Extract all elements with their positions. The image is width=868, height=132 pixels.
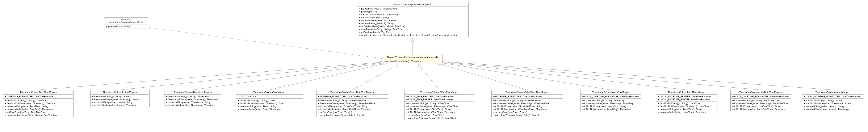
field-section: + LOCAL_DATETIME_FORMATTER : DateTimeFor… [581,95,641,99]
field: + LOCAL_DATETIME_FORMATTER : DateTimeFor… [802,95,863,98]
method-section: + fromNonNullString(s : String) : Instan… [91,95,149,107]
method: + parseJavaZone(zoneString : String) : D… [3,114,73,116]
class-title: TimestampColumnDateTimeMapper [3,90,73,95]
method: + setJavaZone(javaZone : ZoneId) [492,111,563,114]
method: + toNonNullValue(value : MonthDay) : Tim… [581,108,641,111]
method-section: + fromNonNullString(s : String) : LocalT… [656,102,717,114]
field-section: + LOCAL_TIME_PRINTER : DateTimeFormatter… [405,95,474,102]
class-timestampcolumnoffsettimemapper: TimestampColumnOffsetTimeMapper+ LOCAL_T… [404,90,474,120]
class-title: TimestampColumnTimestampMapper [164,90,221,95]
class-title: AbstractTimestampColumnMapper<T> [357,2,468,7]
method: + getSqlType() : int [357,10,468,13]
class-timestampcolumnoffsetdatetimemapper: TimestampColumnOffsetDateTimeMapper+ DAT… [491,90,563,117]
method-section: + fromNonNullString(s : String) : MonthD… [581,99,641,111]
class-title: AbstractVersionableTimestampColumnMapper… [383,55,442,59]
method: + parseZone(zoneString : String) : TimeZ… [357,28,468,31]
method: + toNonNullString(value : LocalTime) : S… [656,108,717,111]
class-timestampcolumntimestampmapper: TimestampColumnTimestampMapper+ fromNonN… [164,90,221,107]
class-title: TimestampColumnInstantMapper [802,90,863,95]
method: + toNonNullValue(value : Timestamp) : Ti… [164,104,221,107]
method-section: + fromNonNullString(s : String) : ZonedD… [316,99,388,117]
svg-line-12 [443,61,833,90]
field: + LOCAL_DATETIME_PRINTER : DateTimeForma… [656,95,717,98]
method: + fromNonNullString(s : String) : Offset… [405,102,474,105]
field: + DATETIME_FORMATTER : DateTimeFormatter [3,95,73,98]
stereotype: «interface» [106,19,146,21]
field-section: + DATETIME_FORMATTER : DateTimeFormatter [316,95,388,99]
field: + LOCAL_TIME_PARSER : DateTimeFormatter [405,98,474,101]
field: + LOCAL_TIME_PRINTER : DateTimeFormatter [405,95,474,98]
method: + toNonNullString(value : MonthDay) : St… [581,105,641,108]
method: + toNonNullString(value : Instant) : Str… [802,105,863,108]
class-title: TimestampColumnDateMapper [236,90,303,95]
method: + fromNonNullValue(value : Timestamp) : … [802,102,863,105]
field: + LOCAL_DATETIME_PARSER : DateTimeFormat… [656,98,717,101]
method: + toNonNullString(value : LocalDateTime)… [731,105,791,108]
method-section: + fromNonNullString(s : String) : Timest… [164,95,221,107]
method-section: + fromNonNullString(s : String) : DateTi… [3,99,73,117]
method: + getHibernateType() : TimestampType [357,7,468,10]
class-versionable-interface: «interface» VersionableColumnMapper<T, J… [104,18,148,28]
method-section: + fromNonNullString(s : String) : Instan… [802,99,863,111]
method: + toNonNullValue(value : T) : Timestamp [357,19,468,22]
field-section: + DATETIME_FORMATTER : DateTimeFormatter [492,95,563,99]
method: + toNonNullString(value : ZonedDateTime)… [316,105,388,108]
method: + toNonNullValue(value : Instant) : Time… [91,104,149,107]
class-timestampcolumnmonthdaymapper: TimestampColumnMonthDayMapper+ LOCAL_DAT… [581,90,641,111]
method: + generateCurrentValue() : J [104,25,148,28]
class-timestampcolumnzoneddatetimemapper: TimestampColumnZonedDateTimeMapper+ DATE… [316,90,388,117]
method-section: + fromNonNullString(s : String) : Offset… [492,99,563,117]
svg-line-1 [148,27,383,58]
method: + parseJavaZone(zoneString : String) : Z… [492,114,563,116]
field: + LOCAL_DATETIME_FORMATTER : DateTimeFor… [581,95,641,98]
svg-line-9 [441,63,611,90]
method: + toNonNullValue(value : DateTime) : Tim… [3,108,73,111]
method: + fromNonNullValue(value : Timestamp) : … [581,102,641,105]
svg-line-10 [442,62,687,90]
method: + setJavaZone(javaZone : ZoneId) [316,111,388,114]
class-timestampcolumnlocaldatetimemapper: TimestampColumnLocalDateTimeMapper+ LOCA… [731,90,791,111]
class-timestampcolumninstantmapper: TimestampColumnInstantMapper+ fromNonNul… [90,90,150,107]
method: + fromNonNullString(s : String) : Instan… [91,95,149,98]
class-title: TimestampColumnMonthDayMapper [581,90,641,95]
class-abstract-timestamp-mapper: AbstractTimestampColumnMapper<T> + getHi… [357,2,469,37]
class-title: TimestampColumnZonedDateTimeMapper [316,90,388,95]
class-name: VersionableColumnMapper<T, J> [109,21,143,23]
method: + toNonNullString(value : OffsetDateTime… [492,105,563,108]
field-section: + LOCAL_DATETIME_FORMATTER : DateTimeFor… [731,95,791,99]
method: + getDatabaseZone() : TimeZone [357,31,468,34]
method-section: + fromNonNullString(s : String) : LocalD… [731,99,791,111]
class-abstract-versionable: AbstractVersionableTimestampColumnMapper… [383,55,443,63]
field-section: # GMT : TimeZone [236,95,303,99]
method: + parseJavaZone(zoneString : String) : Z… [405,116,474,120]
method: + toNonNullValue(value : ZonedDateTime) … [316,108,388,111]
method: + fromNonNullString(s : String) : MonthD… [581,99,641,102]
method-section: + generateCurrentValue() : J [104,24,148,28]
class-title: TimestampColumnOffsetTimeMapper [405,90,474,95]
method: + toNonNullString(value : Instant) : Str… [91,101,149,104]
method: + toNonNullValue(value : OffsetDateTime)… [492,108,563,111]
method: + toNonNullString(value : Date) : String [236,105,303,108]
method: + toNonNullString(value : T) : String [357,22,468,25]
method: + fromNonNullValue(value : Timestamp) : … [357,13,468,16]
field: # GMT : TimeZone [236,95,303,98]
method: + wrapSession(session : SharedSessionCon… [357,34,468,37]
method: + fromNonNullString(s : String) : LocalD… [731,99,791,102]
field-section: + LOCAL_DATETIME_FORMATTER : DateTimeFor… [802,95,863,99]
field-section: + DATETIME_FORMATTER : DateTimeFormatter [3,95,73,99]
svg-line-8 [437,63,527,90]
method: + fromNonNullString(s : String) : T [357,16,468,19]
class-timestampcolumnlocaltimemapper: TimestampColumnLocalTimeMapper+ LOCAL_DA… [656,90,717,114]
class-title: «interface» VersionableColumnMapper<T, J… [104,18,148,24]
method: + fromNonNullValue(value : Timestamp) : … [492,102,563,105]
field: + LOCAL_DATETIME_FORMATTER : DateTimeFor… [731,95,791,98]
method: + toNonNullValue(value : LocalTime) : Ti… [656,111,717,114]
method: + fromNonNullValue(value : Timestamp) : … [91,98,149,101]
class-timestampcolumninstantmapper: TimestampColumnInstantMapper+ LOCAL_DATE… [802,90,863,111]
class-timestampcolumndatetimemapper: TimestampColumnDateTimeMapper+ DATETIME_… [3,90,73,117]
method: + fromNonNullValue(value : Timestamp) : … [405,105,474,108]
method: + fromNonNullValue(value : Timestamp) : … [3,102,73,105]
method: + fromNonNullValue(value : Timestamp) : … [316,102,388,105]
method: + generateCurrentValue() : Timestamp [383,60,442,63]
method: + fromNonNullString(s : String) : Timest… [164,95,221,98]
